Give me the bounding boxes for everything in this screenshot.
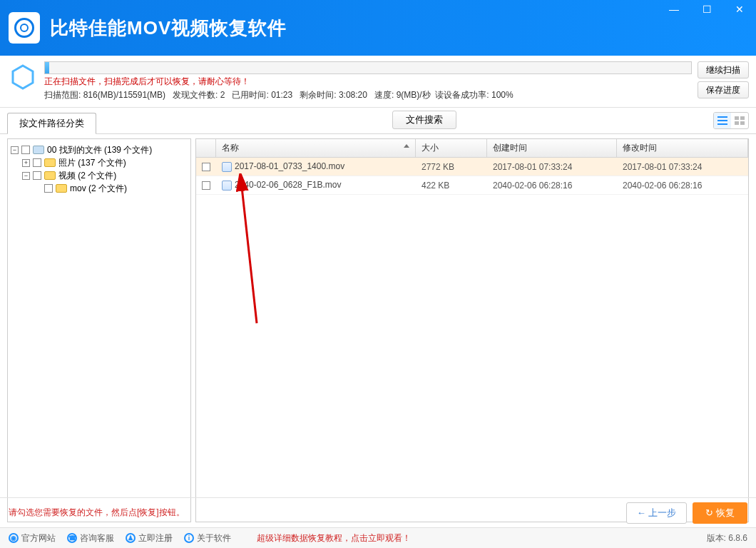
file-row[interactable]: 2040-02-06_0628_F1B.mov 422 KB 2040-02-0… bbox=[196, 176, 748, 195]
file-size: 2772 KB bbox=[416, 162, 487, 172]
tree-photos[interactable]: + 照片 (137 个文件) bbox=[22, 156, 189, 169]
file-icon bbox=[222, 162, 232, 172]
header-size[interactable]: 大小 bbox=[416, 139, 487, 157]
row-checkbox[interactable] bbox=[202, 163, 210, 171]
user-icon: ♟ bbox=[126, 533, 136, 543]
grid-view-icon[interactable] bbox=[731, 113, 748, 128]
tree-videos[interactable]: − 视频 (2 个文件) bbox=[22, 169, 189, 182]
tree-root[interactable]: − 00 找到的文件 (139 个文件) bbox=[11, 143, 189, 156]
footer: ◉官方网站 ☎咨询客服 ♟立即注册 i关于软件 超级详细数据恢复教程，点击立即观… bbox=[0, 527, 756, 548]
status-warning-text: 正在扫描文件，扫描完成后才可以恢复，请耐心等待！ bbox=[44, 76, 692, 88]
scan-action-buttons: 继续扫描 保存进度 bbox=[698, 61, 749, 98]
collapse-icon[interactable]: − bbox=[22, 172, 30, 180]
folder-icon bbox=[44, 171, 56, 180]
folder-icon bbox=[56, 184, 67, 193]
file-created: 2017-08-01 07:33:24 bbox=[487, 162, 617, 172]
list-view-icon[interactable] bbox=[714, 113, 731, 128]
list-header: 名称 大小 创建时间 修改时间 bbox=[196, 139, 748, 158]
tree-checkbox[interactable] bbox=[44, 184, 53, 193]
status-panel: 正在扫描文件，扫描完成后才可以恢复，请耐心等待！ 扫描范围: 816(MB)/1… bbox=[0, 56, 756, 108]
folder-tree[interactable]: − 00 找到的文件 (139 个文件) + 照片 (137 个文件) − 视频… bbox=[7, 138, 191, 522]
header-modified[interactable]: 修改时间 bbox=[617, 139, 748, 157]
file-row[interactable]: 2017-08-01_0733_1400.mov 2772 KB 2017-08… bbox=[196, 158, 748, 176]
category-toolbar: 按文件路径分类 文件搜索 bbox=[0, 108, 756, 134]
row-checkbox[interactable] bbox=[202, 181, 210, 190]
header-created[interactable]: 创建时间 bbox=[487, 139, 617, 157]
drive-icon bbox=[33, 146, 44, 154]
svg-rect-6 bbox=[735, 121, 739, 125]
file-search-button[interactable]: 文件搜索 bbox=[392, 111, 456, 129]
footer-about[interactable]: i关于软件 bbox=[184, 532, 231, 544]
footer-tutorial-link[interactable]: 超级详细数据恢复教程，点击立即观看！ bbox=[257, 532, 411, 544]
file-icon bbox=[222, 181, 232, 191]
tree-label: 00 找到的文件 (139 个文件) bbox=[47, 144, 152, 156]
version-label: 版本: 6.8.6 bbox=[707, 532, 747, 544]
bottom-action-bar: 请勾选您需要恢复的文件，然后点[恢复]按钮。 ← 上一步 ↻ 恢复 bbox=[0, 497, 756, 527]
svg-rect-3 bbox=[717, 123, 727, 125]
app-logo-icon bbox=[9, 12, 40, 44]
tab-by-path[interactable]: 按文件路径分类 bbox=[7, 113, 96, 134]
headset-icon: ☎ bbox=[67, 533, 77, 543]
restore-button[interactable]: ↻ 恢复 bbox=[693, 502, 747, 524]
tree-checkbox[interactable] bbox=[33, 158, 41, 167]
file-modified: 2017-08-01 07:33:24 bbox=[617, 162, 748, 172]
footer-register[interactable]: ♟立即注册 bbox=[126, 532, 173, 544]
file-modified: 2040-02-06 06:28:16 bbox=[617, 181, 748, 191]
svg-rect-4 bbox=[735, 116, 739, 120]
folder-icon bbox=[44, 158, 56, 167]
tree-label: 照片 (137 个文件) bbox=[58, 157, 126, 169]
file-created: 2040-02-06 06:28:16 bbox=[487, 181, 617, 191]
tree-mov[interactable]: mov (2 个文件) bbox=[34, 182, 189, 195]
file-name: 2017-08-01_0733_1400.mov bbox=[235, 161, 344, 171]
status-detail-text: 扫描范围: 816(MB)/115591(MB) 发现文件数: 2 已用时间: … bbox=[44, 89, 692, 101]
collapse-icon[interactable]: − bbox=[11, 146, 19, 154]
main-content: − 00 找到的文件 (139 个文件) + 照片 (137 个文件) − 视频… bbox=[0, 134, 756, 527]
header-name[interactable]: 名称 bbox=[216, 139, 416, 157]
scan-progress-bar bbox=[44, 61, 692, 74]
expand-icon[interactable]: + bbox=[22, 159, 30, 167]
close-button[interactable]: ✕ bbox=[723, 0, 756, 19]
app-title: 比特佳能MOV视频恢复软件 bbox=[50, 16, 287, 41]
tree-checkbox[interactable] bbox=[21, 146, 30, 154]
maximize-button[interactable]: ☐ bbox=[690, 0, 723, 19]
svg-rect-7 bbox=[740, 121, 745, 125]
svg-marker-0 bbox=[13, 66, 33, 88]
footer-official-site[interactable]: ◉官方网站 bbox=[9, 532, 56, 544]
status-info: 正在扫描文件，扫描完成后才可以恢复，请耐心等待！ 扫描范围: 816(MB)/1… bbox=[44, 61, 692, 101]
svg-rect-1 bbox=[717, 116, 727, 118]
file-list: 名称 大小 创建时间 修改时间 2017-08-01_0733_1400.mov… bbox=[195, 138, 749, 522]
tree-checkbox[interactable] bbox=[33, 171, 41, 180]
view-toggle bbox=[713, 112, 749, 129]
tree-label: mov (2 个文件) bbox=[70, 183, 127, 195]
minimize-button[interactable]: — bbox=[658, 0, 690, 19]
title-bar: 比特佳能MOV视频恢复软件 — ☐ ✕ bbox=[0, 0, 756, 56]
file-size: 422 KB bbox=[416, 181, 487, 191]
globe-icon: ◉ bbox=[9, 533, 19, 543]
info-icon: i bbox=[184, 533, 194, 543]
window-controls: — ☐ ✕ bbox=[658, 0, 756, 19]
svg-rect-2 bbox=[717, 120, 727, 121]
file-name: 2040-02-06_0628_F1B.mov bbox=[235, 180, 341, 190]
footer-support[interactable]: ☎咨询客服 bbox=[67, 532, 114, 544]
svg-rect-5 bbox=[740, 116, 745, 120]
back-button[interactable]: ← 上一步 bbox=[626, 502, 688, 524]
tree-label: 视频 (2 个文件) bbox=[58, 170, 116, 182]
scan-hex-icon bbox=[7, 61, 39, 93]
continue-scan-button[interactable]: 继续扫描 bbox=[698, 61, 749, 78]
help-text: 请勾选您需要恢复的文件，然后点[恢复]按钮。 bbox=[9, 507, 185, 519]
sort-asc-icon bbox=[404, 144, 409, 148]
save-progress-button[interactable]: 保存进度 bbox=[698, 81, 749, 98]
header-checkbox-col[interactable] bbox=[196, 139, 216, 157]
